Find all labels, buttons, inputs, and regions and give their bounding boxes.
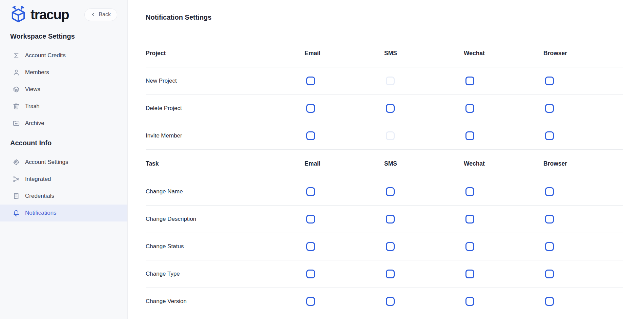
sidebar-item-views[interactable]: Views [0,81,127,98]
wechat-checkbox-new-project[interactable] [465,77,474,85]
sms-checkbox-invite-member [386,131,395,140]
sidebar-item-members[interactable]: Members [0,64,127,81]
channel-header-browser: Browser [543,160,623,167]
channel-header-sms: SMS [384,50,464,57]
channel-header-email: Email [305,50,384,57]
row-label: Delete Project [146,105,305,112]
checkbox-cell [464,131,543,140]
checkbox-cell [305,297,384,306]
notification-table-task: TaskEmailSMSWechatBrowserChange NameChan… [146,150,623,315]
sidebar: tracup Back Workspace SettingsAccount Cr… [0,0,128,319]
wechat-checkbox-change-type[interactable] [465,270,474,278]
sidebar-item-archive[interactable]: Archive [0,115,127,132]
table-row-new-project: New Project [146,67,623,95]
browser-checkbox-new-project[interactable] [545,77,554,85]
checkbox-cell [384,131,464,140]
browser-checkbox-change-name[interactable] [545,187,554,196]
email-checkbox-change-name[interactable] [306,187,315,196]
wechat-checkbox-change-status[interactable] [465,242,474,251]
sidebar-item-label: Account Settings [25,159,68,166]
wechat-checkbox-change-version[interactable] [465,297,474,306]
wechat-checkbox-delete-project[interactable] [465,104,474,113]
browser-checkbox-change-version[interactable] [545,297,554,306]
main-content: Notification Settings ProjectEmailSMSWec… [128,0,644,319]
sidebar-item-trash[interactable]: Trash [0,98,127,115]
email-checkbox-invite-member[interactable] [306,131,315,140]
checkbox-cell [464,77,543,85]
checkbox-cell [384,187,464,196]
checkbox-cell [384,104,464,113]
channel-header-browser: Browser [543,50,623,57]
table-row-change-status: Change Status [146,233,623,260]
sidebar-section-title: Workspace Settings [0,33,127,40]
sidebar-item-label: Account Credits [25,52,66,59]
sidebar-item-credentials[interactable]: Credentials [0,188,127,205]
sms-checkbox-change-status[interactable] [386,242,395,251]
email-checkbox-new-project[interactable] [306,77,315,85]
row-label: Invite Member [146,132,305,139]
checkbox-cell [464,270,543,278]
table-row-change-version: Change Version [146,288,623,315]
table-row-delete-project: Delete Project [146,95,623,122]
browser-checkbox-delete-project[interactable] [545,104,554,113]
checkbox-cell [384,242,464,251]
row-label: Change Description [146,216,305,222]
sms-checkbox-change-version[interactable] [386,297,395,306]
checkbox-cell [305,215,384,224]
browser-checkbox-change-status[interactable] [545,242,554,251]
sms-checkbox-change-description[interactable] [386,215,395,224]
checkbox-cell [305,242,384,251]
sidebar-item-label: Members [25,69,49,76]
sidebar-item-label: Integrated [25,176,51,183]
sidebar-item-label: Views [25,86,40,93]
sidebar-item-notifications[interactable]: Notifications [0,205,127,221]
sidebar-sections: Workspace SettingsAccount CreditsMembers… [0,33,127,221]
table-header-row: ProjectEmailSMSWechatBrowser [146,40,623,67]
row-label: Change Type [146,271,305,277]
wechat-checkbox-change-name[interactable] [465,187,474,196]
user-icon [12,68,20,77]
checkbox-cell [305,131,384,140]
table-row-change-type: Change Type [146,260,623,288]
sms-checkbox-change-type[interactable] [386,270,395,278]
browser-checkbox-invite-member[interactable] [545,131,554,140]
sidebar-item-label: Trash [25,103,40,110]
sms-checkbox-change-name[interactable] [386,187,395,196]
sidebar-item-integrated[interactable]: Integrated [0,171,127,188]
checkbox-cell [464,297,543,306]
tracup-cube-icon [9,6,27,23]
sidebar-section-title: Account Info [0,139,127,147]
tables: ProjectEmailSMSWechatBrowserNew ProjectD… [146,40,644,315]
checkbox-cell [543,131,623,140]
email-checkbox-change-type[interactable] [306,270,315,278]
channel-header-sms: SMS [384,160,464,167]
email-checkbox-change-version[interactable] [306,297,315,306]
checkbox-cell [543,187,623,196]
channel-header-wechat: Wechat [464,160,543,167]
browser-checkbox-change-type[interactable] [545,270,554,278]
browser-checkbox-change-description[interactable] [545,215,554,224]
email-checkbox-delete-project[interactable] [306,104,315,113]
checkbox-cell [464,215,543,224]
share-icon [12,175,20,183]
notification-table-project: ProjectEmailSMSWechatBrowserNew ProjectD… [146,40,623,150]
email-checkbox-change-description[interactable] [306,215,315,224]
table-name-header: Project [146,50,305,57]
sidebar-header: tracup Back [0,4,127,25]
back-button-label: Back [99,12,111,18]
sms-checkbox-delete-project[interactable] [386,104,395,113]
back-button[interactable]: Back [84,8,117,21]
sidebar-item-account-credits[interactable]: Account Credits [0,47,127,64]
layers-icon [12,85,20,93]
wechat-checkbox-change-description[interactable] [465,215,474,224]
checkbox-cell [305,77,384,85]
wechat-checkbox-invite-member[interactable] [465,131,474,140]
table-row-invite-member: Invite Member [146,122,623,150]
gear-icon [12,158,20,166]
table-name-header: Task [146,160,305,167]
sidebar-item-label: Notifications [25,210,57,216]
checkbox-cell [305,104,384,113]
checkbox-cell [543,242,623,251]
sidebar-item-account-settings[interactable]: Account Settings [0,154,127,171]
email-checkbox-change-status[interactable] [306,242,315,251]
